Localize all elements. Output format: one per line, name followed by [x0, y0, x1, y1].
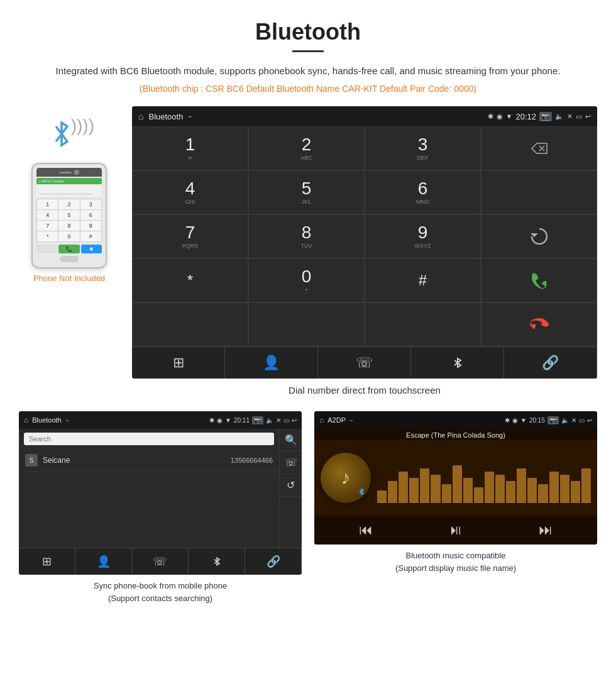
- dial-key-8[interactable]: 8 TUV: [248, 214, 365, 258]
- dialer-nav-contacts[interactable]: 👤: [225, 347, 318, 379]
- pb-screen-icon[interactable]: ▭: [283, 417, 289, 424]
- pb-right-icons: 🔍 ☏ ↺: [279, 429, 302, 548]
- pb-left-area: S Seicane 13566664466: [19, 429, 279, 548]
- volume-icon[interactable]: 🔈: [555, 113, 564, 121]
- music-bar: [377, 490, 387, 503]
- dial-empty-r5a: [132, 302, 248, 346]
- pb-cam-icon[interactable]: 📷: [252, 416, 263, 424]
- music-bar: [474, 487, 483, 503]
- phone-bottom-buttons: 📞 ✱: [36, 245, 102, 253]
- music-status-bar: ⌂ A2DP ⌁ ✱ ◉ ▼ 20:15 📷 🔈 ✕ ▭ ↩: [314, 411, 597, 429]
- dial-key-3[interactable]: 3 DEF: [365, 126, 481, 170]
- dialer-nav-link[interactable]: 🔗: [504, 347, 597, 379]
- music-back-icon[interactable]: ↩: [587, 417, 592, 424]
- pb-contact-number: 13566664466: [231, 456, 273, 464]
- pb-back-icon[interactable]: ↩: [292, 417, 297, 424]
- phone-add-contacts-label: + Add to Contacts: [39, 179, 64, 183]
- pb-search-input[interactable]: [24, 433, 274, 445]
- screen-icon[interactable]: ▭: [576, 113, 582, 121]
- pb-link-icon: 🔗: [267, 555, 280, 568]
- pb-phone-right-icon[interactable]: ☏: [280, 451, 302, 474]
- pb-search-row: [19, 429, 279, 449]
- dialer-nav-bluetooth[interactable]: [411, 347, 504, 379]
- music-bar: [560, 475, 569, 503]
- music-vol-icon[interactable]: 🔈: [561, 417, 569, 424]
- dial-key-9[interactable]: 9 WXYZ: [365, 214, 481, 258]
- home-icon[interactable]: ⌂: [138, 111, 143, 121]
- music-prev-button[interactable]: ⏮: [359, 522, 373, 538]
- dial-empty-r5b: [248, 302, 365, 346]
- music-bar: [527, 478, 537, 503]
- music-bar: [442, 484, 451, 503]
- pb-close-icon[interactable]: ✕: [276, 417, 281, 424]
- pb-vol-icon[interactable]: 🔈: [266, 417, 273, 424]
- pb-contact-letter: S: [25, 454, 38, 467]
- page-description: Integrated with BC6 Bluetooth module, su…: [13, 64, 603, 79]
- dial-key-hash[interactable]: #: [365, 258, 481, 302]
- pb-refresh-right-icon[interactable]: ↺: [280, 474, 302, 497]
- pb-bt-nav-icon: [211, 556, 223, 567]
- dialer-nav-grid[interactable]: ⊞: [132, 347, 225, 379]
- pb-nav-contacts[interactable]: 👤: [75, 548, 132, 575]
- dial-key-star[interactable]: *: [132, 258, 248, 302]
- pb-home-icon[interactable]: ⌂: [24, 416, 28, 424]
- dial-key-6[interactable]: 6 MNO: [365, 170, 481, 214]
- pb-loc-icon: ◉: [217, 417, 223, 424]
- bluetooth-symbol-icon: [50, 119, 73, 155]
- dial-backspace-button[interactable]: [481, 126, 597, 170]
- music-bar: [485, 472, 494, 503]
- music-bar: [517, 468, 526, 503]
- music-home-icon[interactable]: ⌂: [319, 416, 324, 424]
- music-visualizer: [377, 453, 591, 503]
- pb-usb-icon: ⌁: [65, 417, 69, 424]
- pb-nav-link[interactable]: 🔗: [245, 548, 302, 575]
- pb-nav-bluetooth[interactable]: [189, 548, 245, 575]
- phone-home-button: [60, 256, 79, 262]
- bluetooth-nav-icon: [451, 356, 465, 370]
- dial-key-2[interactable]: 2 ABC: [248, 126, 365, 170]
- dialer-nav-phone[interactable]: ☏: [318, 347, 411, 379]
- pb-nav-grid[interactable]: ⊞: [19, 548, 75, 575]
- music-next-button[interactable]: ⏭: [539, 522, 553, 538]
- music-bar: [463, 478, 473, 503]
- music-status-icons: ✱ ◉ ▼ 20:15 📷 🔈 ✕ ▭ ↩: [505, 416, 592, 424]
- dial-call-button[interactable]: [481, 258, 597, 302]
- pb-search-right-icon[interactable]: 🔍: [280, 429, 302, 451]
- pb-main-area: S Seicane 13566664466 🔍 ☏ ↺: [19, 429, 302, 548]
- music-signal-icon: ▼: [520, 417, 527, 424]
- dialer-nav-bar: ⊞ 👤 ☏ 🔗: [132, 346, 597, 379]
- dial-empty-r2: [481, 170, 597, 214]
- status-left: ⌂ Bluetooth ⌁: [138, 111, 192, 121]
- music-bar: [538, 484, 547, 503]
- pb-nav-phone[interactable]: ☏: [132, 548, 189, 575]
- music-note-icon: ♪: [341, 467, 351, 489]
- music-screen-icon[interactable]: ▭: [579, 417, 585, 424]
- status-time: 20:12: [515, 112, 536, 121]
- music-close-icon[interactable]: ✕: [571, 417, 576, 424]
- dial-key-0[interactable]: 0 +: [248, 258, 365, 302]
- phonebook-screen: ⌂ Bluetooth ⌁ ✱ ◉ ▼ 20:11 📷 🔈 ✕ ▭ ↩: [19, 411, 302, 575]
- pb-nav-bar: ⊞ 👤 ☏ 🔗: [19, 548, 302, 575]
- dial-redial-button[interactable]: [481, 214, 597, 258]
- music-cam-icon[interactable]: 📷: [547, 416, 559, 424]
- music-bar: [581, 468, 591, 503]
- music-bar: [420, 468, 429, 503]
- close-icon[interactable]: ✕: [567, 113, 573, 121]
- pb-grid-icon: ⊞: [42, 555, 52, 568]
- dial-hangup-button[interactable]: [481, 302, 597, 346]
- music-playpause-button[interactable]: ⏯: [449, 522, 463, 538]
- dial-key-1[interactable]: 1 ∞: [132, 126, 248, 170]
- dial-key-7[interactable]: 7 PQRS: [132, 214, 248, 258]
- music-song-title: Escape (The Pina Colada Song): [406, 431, 505, 439]
- back-icon[interactable]: ↩: [585, 113, 591, 121]
- pb-title: Bluetooth: [32, 416, 61, 424]
- grid-icon: ⊞: [173, 355, 184, 371]
- pb-contact-row[interactable]: S Seicane 13566664466: [19, 449, 279, 472]
- dial-key-5[interactable]: 5 JKL: [248, 170, 365, 214]
- dial-key-4[interactable]: 4 GHI: [132, 170, 248, 214]
- pb-contact-name: Seicane: [43, 456, 231, 465]
- music-bar: [506, 481, 515, 503]
- link-icon: 🔗: [542, 355, 559, 371]
- dial-empty-r5c: [365, 302, 481, 346]
- camera-icon[interactable]: 📷: [539, 112, 552, 121]
